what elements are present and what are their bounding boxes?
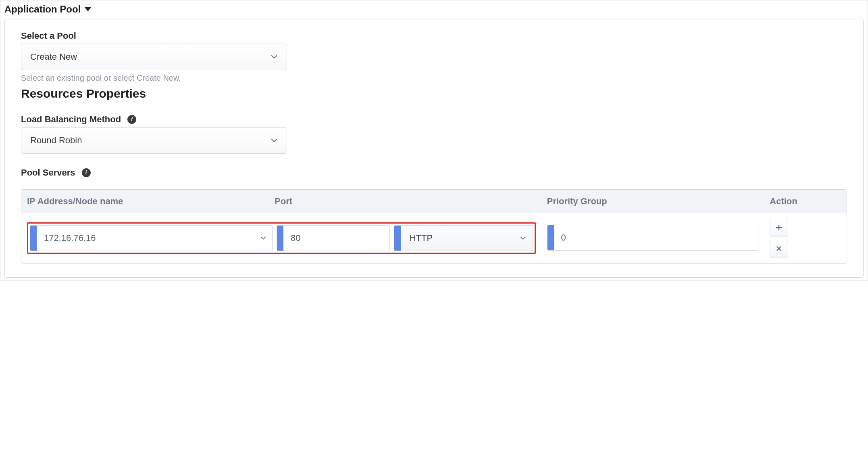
highlight-box: 172.16.76.16 80 HTTP xyxy=(27,222,536,254)
section-title: Application Pool xyxy=(4,4,81,15)
lb-method-value: Round Robin xyxy=(30,135,82,146)
protocol-value: HTTP xyxy=(401,226,513,251)
section-header[interactable]: Application Pool xyxy=(4,3,91,19)
select-pool-dropdown[interactable]: Create New xyxy=(21,44,287,70)
select-pool-label: Select a Pool xyxy=(21,31,847,41)
chevron-down-icon xyxy=(254,226,272,251)
application-pool-panel: Select a Pool Create New Select an exist… xyxy=(4,19,864,278)
select-pool-value: Create New xyxy=(30,52,77,62)
remove-row-button[interactable] xyxy=(770,240,788,257)
blue-tab xyxy=(30,226,37,251)
column-header-priority: Priority Group xyxy=(541,190,764,213)
select-pool-label-text: Select a Pool xyxy=(21,31,76,41)
add-row-button[interactable] xyxy=(770,219,788,236)
pool-servers-label: Pool Servers i xyxy=(21,167,847,178)
lb-method-label: Load Balancing Method i xyxy=(21,114,847,125)
table-row: 172.16.76.16 80 HTTP xyxy=(21,213,847,263)
chevron-down-icon xyxy=(271,54,278,59)
blue-tab xyxy=(547,225,554,250)
blue-tab xyxy=(394,226,401,251)
protocol-dropdown[interactable]: HTTP xyxy=(394,225,533,251)
resources-properties-heading: Resources Properties xyxy=(21,87,847,100)
blue-tab xyxy=(277,226,283,251)
column-header-action: Action xyxy=(764,190,847,213)
column-header-ip: IP Address/Node name xyxy=(21,190,269,213)
select-pool-hint: Select an existing pool or select Create… xyxy=(21,73,847,83)
info-icon[interactable]: i xyxy=(82,168,91,177)
ip-address-input[interactable]: 172.16.76.16 xyxy=(30,225,273,251)
port-input[interactable]: 80 xyxy=(277,225,390,251)
lb-method-dropdown[interactable]: Round Robin xyxy=(21,127,287,154)
ip-address-value: 172.16.76.16 xyxy=(37,226,254,251)
caret-down-icon xyxy=(85,7,91,11)
info-icon[interactable]: i xyxy=(127,115,136,124)
column-header-port: Port xyxy=(269,190,541,213)
action-buttons xyxy=(770,219,841,257)
pool-servers-label-text: Pool Servers xyxy=(21,167,75,178)
lb-method-label-text: Load Balancing Method xyxy=(21,114,121,125)
chevron-down-icon xyxy=(271,138,278,143)
chevron-down-icon xyxy=(513,226,533,251)
pool-servers-table: IP Address/Node name Port Priority Group… xyxy=(21,189,847,264)
priority-value: 0 xyxy=(554,225,758,250)
priority-input[interactable]: 0 xyxy=(547,225,759,251)
port-value: 80 xyxy=(283,226,389,251)
